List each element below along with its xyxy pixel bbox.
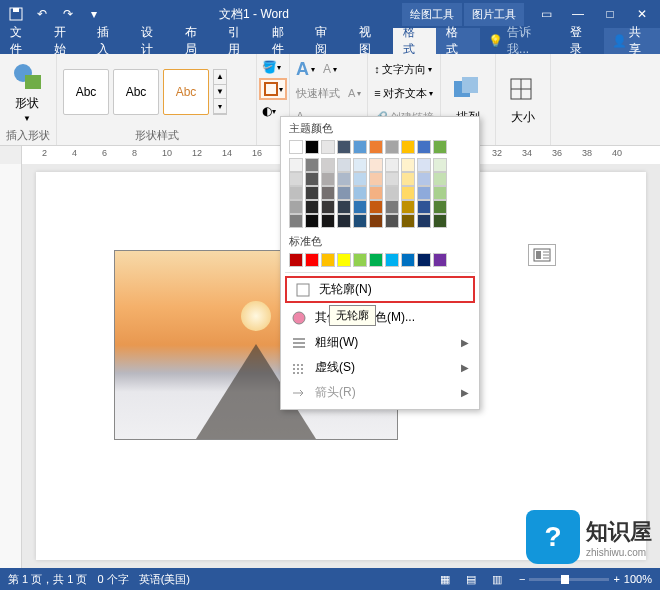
redo-icon[interactable]: ↷: [56, 3, 80, 25]
shape-style-1[interactable]: Abc: [63, 69, 109, 115]
tab-references[interactable]: 引用: [218, 28, 262, 54]
text-outline-icon[interactable]: A: [348, 87, 355, 99]
shape-style-3[interactable]: Abc: [163, 69, 209, 115]
save-icon[interactable]: [4, 3, 28, 25]
color-swatch[interactable]: [433, 172, 447, 186]
tell-me[interactable]: 💡告诉我...: [480, 28, 560, 54]
color-swatch[interactable]: [305, 140, 319, 154]
color-swatch[interactable]: [369, 158, 383, 172]
color-swatch[interactable]: [305, 158, 319, 172]
color-swatch[interactable]: [321, 140, 335, 154]
gallery-up-icon[interactable]: ▲: [214, 70, 226, 85]
color-swatch[interactable]: [337, 200, 351, 214]
color-swatch[interactable]: [417, 214, 431, 228]
wordart-quick-icon[interactable]: A: [296, 59, 309, 80]
color-swatch[interactable]: [401, 140, 415, 154]
tab-review[interactable]: 审阅: [305, 28, 349, 54]
tab-format-picture[interactable]: 格式: [436, 28, 480, 54]
color-swatch[interactable]: [385, 200, 399, 214]
color-swatch[interactable]: [401, 200, 415, 214]
undo-icon[interactable]: ↶: [30, 3, 54, 25]
zoom-slider[interactable]: [529, 578, 609, 581]
color-swatch[interactable]: [401, 186, 415, 200]
color-swatch[interactable]: [289, 140, 303, 154]
text-direction-button[interactable]: ↕文字方向▾: [374, 58, 434, 80]
shape-fill-button[interactable]: 🪣▾: [259, 58, 287, 76]
color-swatch[interactable]: [433, 214, 447, 228]
arrows-item[interactable]: 箭头(R) ▶: [281, 380, 479, 405]
tab-view[interactable]: 视图: [349, 28, 393, 54]
tab-design[interactable]: 设计: [131, 28, 175, 54]
color-swatch[interactable]: [305, 214, 319, 228]
zoom-out-icon[interactable]: −: [519, 573, 525, 585]
color-swatch[interactable]: [353, 253, 367, 267]
color-swatch[interactable]: [321, 214, 335, 228]
color-swatch[interactable]: [369, 186, 383, 200]
color-swatch[interactable]: [385, 172, 399, 186]
color-swatch[interactable]: [321, 172, 335, 186]
no-outline-item[interactable]: 无轮廓(N): [285, 276, 475, 303]
shapes-gallery-button[interactable]: 形状 ▼: [6, 59, 48, 125]
color-swatch[interactable]: [289, 214, 303, 228]
color-swatch[interactable]: [385, 186, 399, 200]
color-swatch[interactable]: [337, 140, 351, 154]
color-swatch[interactable]: [417, 253, 431, 267]
color-swatch[interactable]: [433, 140, 447, 154]
size-button[interactable]: 大小: [502, 73, 544, 128]
color-swatch[interactable]: [289, 158, 303, 172]
gallery-more-icon[interactable]: ▾: [214, 99, 226, 114]
color-swatch[interactable]: [369, 172, 383, 186]
tab-mailings[interactable]: 邮件: [262, 28, 306, 54]
read-mode-icon[interactable]: ▦: [433, 570, 457, 588]
color-swatch[interactable]: [289, 172, 303, 186]
color-swatch[interactable]: [417, 186, 431, 200]
color-swatch[interactable]: [305, 253, 319, 267]
color-swatch[interactable]: [353, 172, 367, 186]
color-swatch[interactable]: [337, 253, 351, 267]
color-swatch[interactable]: [385, 158, 399, 172]
weight-item[interactable]: 粗细(W) ▶: [281, 330, 479, 355]
signin-button[interactable]: 登录: [560, 28, 604, 54]
color-swatch[interactable]: [433, 186, 447, 200]
layout-options-button[interactable]: [528, 244, 556, 266]
align-text-button[interactable]: ≡对齐文本▾: [374, 82, 434, 104]
color-swatch[interactable]: [289, 186, 303, 200]
color-swatch[interactable]: [417, 140, 431, 154]
color-swatch[interactable]: [321, 200, 335, 214]
color-swatch[interactable]: [337, 214, 351, 228]
color-swatch[interactable]: [353, 200, 367, 214]
more-outline-colors-item[interactable]: 其他轮廓颜色(M)...: [281, 305, 479, 330]
color-swatch[interactable]: [353, 214, 367, 228]
color-swatch[interactable]: [353, 158, 367, 172]
color-swatch[interactable]: [305, 172, 319, 186]
color-swatch[interactable]: [289, 253, 303, 267]
color-swatch[interactable]: [385, 140, 399, 154]
color-swatch[interactable]: [369, 214, 383, 228]
tab-format-drawing[interactable]: 格式: [393, 28, 437, 54]
gallery-down-icon[interactable]: ▼: [214, 85, 226, 100]
color-swatch[interactable]: [305, 200, 319, 214]
language-indicator[interactable]: 英语(美国): [139, 572, 190, 587]
color-swatch[interactable]: [433, 253, 447, 267]
vertical-ruler[interactable]: [0, 164, 22, 568]
color-swatch[interactable]: [337, 158, 351, 172]
color-swatch[interactable]: [417, 172, 431, 186]
close-icon[interactable]: ✕: [628, 3, 656, 25]
text-fill-icon[interactable]: A: [323, 62, 331, 76]
color-swatch[interactable]: [337, 186, 351, 200]
color-swatch[interactable]: [369, 140, 383, 154]
shape-style-2[interactable]: Abc: [113, 69, 159, 115]
color-swatch[interactable]: [385, 253, 399, 267]
shape-outline-button[interactable]: ▾: [259, 78, 287, 100]
zoom-in-icon[interactable]: +: [613, 573, 619, 585]
tab-layout[interactable]: 布局: [175, 28, 219, 54]
ribbon-options-icon[interactable]: ▭: [532, 3, 560, 25]
color-swatch[interactable]: [385, 214, 399, 228]
word-count[interactable]: 0 个字: [97, 572, 128, 587]
color-swatch[interactable]: [433, 200, 447, 214]
color-swatch[interactable]: [417, 158, 431, 172]
qat-dropdown-icon[interactable]: ▾: [82, 3, 106, 25]
color-swatch[interactable]: [369, 253, 383, 267]
minimize-icon[interactable]: —: [564, 3, 592, 25]
maximize-icon[interactable]: □: [596, 3, 624, 25]
